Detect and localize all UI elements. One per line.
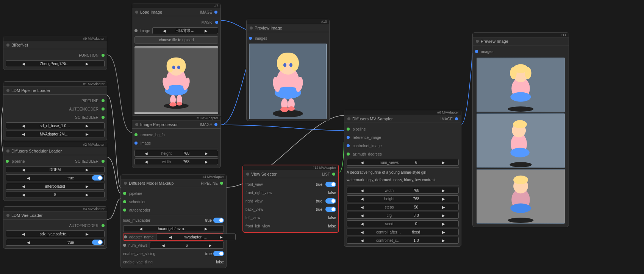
ldm-vae-name-control[interactable]: ◀ sdxl_vae.safetensors ▶: [6, 230, 105, 237]
load-image-filename-control[interactable]: ◀ 已除背景的image (1).jpeg ▶: [152, 27, 218, 34]
view-selector-left-row: left_view false: [245, 214, 336, 221]
ds-pipeline-label: pipeline: [10, 159, 55, 163]
birefnet-ckpt-left-arrow[interactable]: ◀: [8, 62, 39, 66]
ip-image-connector: [134, 142, 138, 145]
mv-sampler-height-right[interactable]: ▶: [430, 197, 457, 201]
mv-sampler-width-left[interactable]: ◀: [349, 188, 375, 193]
ip-height-control[interactable]: ◀ height 768 ▶: [134, 150, 218, 157]
svg-point-14: [169, 102, 177, 106]
ldm-pipeline-dot: [6, 89, 9, 92]
dmm-adapter-name-left[interactable]: ◀: [158, 235, 183, 239]
mv-sampler-controlnet-connector: [347, 144, 350, 147]
birefnet-title: BiRefNet: [11, 43, 28, 47]
mv-sampler-width-right[interactable]: ▶: [430, 188, 457, 193]
dmm-num-views-control[interactable]: ◀ 6 ▶: [150, 242, 224, 249]
svg-point-15: [177, 102, 182, 105]
mv-sampler-num-views-control[interactable]: ◀ num_views 6 ▶: [347, 159, 459, 166]
dmm-adapter-path-right[interactable]: ▶: [190, 227, 222, 231]
ds-scheduler-name-right[interactable]: ▶: [71, 168, 103, 172]
view-selector-back-toggle[interactable]: [325, 207, 336, 212]
birefnet-ckpt-row: ◀ ZhengPeng7/BiRefNet ▶: [6, 60, 105, 67]
mv-sampler-num-views-left[interactable]: ◀: [349, 160, 375, 165]
dmm-adapter-name-right[interactable]: ▶: [209, 235, 234, 239]
ds-shift-snr-toggle[interactable]: [92, 175, 103, 181]
ip-height-left[interactable]: ◀: [136, 151, 156, 156]
ip-width-right[interactable]: ▶: [197, 160, 216, 164]
ldm-ckpt-left[interactable]: ◀: [8, 124, 39, 128]
ds-shift-snr-control[interactable]: ◀ true: [6, 174, 105, 181]
ds-shift-mode-left[interactable]: ◀: [8, 184, 39, 188]
ds-scheduler-name-left[interactable]: ◀: [8, 168, 39, 172]
load-image-input-label: image: [139, 29, 151, 33]
ds-shift-scale-right[interactable]: ▶: [71, 193, 103, 197]
view-selector-right-toggle[interactable]: [325, 198, 336, 204]
ldm-ckpt-control[interactable]: ◀ sd_xl_base_1.0.safetensors ▶: [6, 122, 105, 129]
ds-shift-snr-left[interactable]: ◀: [8, 176, 50, 180]
preview-11-header: Preview Image: [473, 37, 569, 45]
mv-sampler-control-after-control[interactable]: ◀ control_after_generate fixed ▶: [347, 229, 459, 235]
ip-width-control[interactable]: ◀ width 768 ▶: [134, 158, 218, 165]
ip-height-value: 768: [177, 151, 196, 156]
mv-sampler-seed-right[interactable]: ▶: [430, 222, 457, 226]
mv-sampler-steps-left[interactable]: ◀: [349, 205, 375, 209]
mv-sampler-width-control[interactable]: ◀ width 768 ▶: [347, 187, 459, 194]
ldm-pipeline-label: PIPELINE: [6, 99, 100, 103]
load-image-filename-left[interactable]: ◀: [154, 29, 175, 33]
dmm-adapter-name-control[interactable]: ◀ mvadapter_i2mv_sdxl_beta.safetensors ▶: [156, 234, 236, 240]
mv-sampler-controlnet-scale-control[interactable]: ◀ controlnet_conditioning_scale 1.0 ▶: [347, 237, 459, 244]
mv-sampler-cfg-left[interactable]: ◀: [349, 213, 375, 218]
ldm-vae-name-left[interactable]: ◀: [8, 232, 39, 236]
dmm-num-views-right[interactable]: ▶: [199, 243, 222, 248]
svg-point-6: [167, 59, 174, 72]
birefnet-id-label: #9 MVAdapter: [3, 36, 107, 41]
load-image-upload-button[interactable]: choose file to upload: [134, 36, 218, 44]
mv-sampler-controlnet-scale-left[interactable]: ◀: [349, 238, 375, 243]
dmm-adapter-path-control[interactable]: ◀ huanngzh/mv-adapter ▶: [123, 225, 224, 232]
ldm-pipeline-name-left[interactable]: ◀: [8, 132, 39, 136]
ds-shift-mode-control[interactable]: ◀ interpolated ▶: [6, 183, 105, 190]
mv-sampler-cfg-control[interactable]: ◀ cfg 3.0 ▶: [347, 212, 459, 219]
load-image-filename-right[interactable]: ▶: [196, 29, 216, 33]
preview-11-img-2: [477, 113, 565, 168]
birefnet-ckpt-right-arrow[interactable]: ▶: [71, 62, 103, 66]
load-image-in-connector: [134, 29, 138, 32]
ds-shift-scale-control[interactable]: ◀ 8 ▶: [6, 191, 105, 198]
ldm-vae-upcast-toggle[interactable]: [92, 240, 103, 245]
mv-sampler-height-control[interactable]: ◀ height 768 ▶: [347, 195, 459, 202]
mv-sampler-control-after-label: control_after_generate: [376, 230, 402, 234]
mv-sampler-steps-control[interactable]: ◀ steps 50 ▶: [347, 204, 459, 210]
ldm-pipeline-name-control[interactable]: ◀ MVAdapterI2MVSDXLPi... ▶: [6, 131, 105, 137]
mv-sampler-control-after-left[interactable]: ◀: [349, 230, 375, 234]
ldm-ckpt-right[interactable]: ▶: [71, 124, 103, 128]
mv-sampler-steps-right[interactable]: ▶: [430, 205, 457, 209]
mv-sampler-height-label: height: [376, 197, 402, 201]
mv-sampler-seed-control[interactable]: ◀ seed 0 ▶: [347, 220, 459, 227]
mv-sampler-num-views-right[interactable]: ▶: [430, 160, 457, 165]
preview-image-11-node: #11 Preview Image images: [472, 32, 569, 227]
view-selector-front-right-row: front_right_view false: [245, 189, 336, 196]
birefnet-ckpt-control[interactable]: ◀ ZhengPeng7/BiRefNet ▶: [6, 60, 105, 67]
view-selector-front-toggle[interactable]: [325, 182, 336, 187]
ip-width-left[interactable]: ◀: [136, 160, 156, 164]
ds-shift-scale-left[interactable]: ◀: [8, 193, 39, 197]
ldm-vae-upcast-left[interactable]: ◀: [8, 240, 50, 244]
ldm-pipeline-name-right[interactable]: ▶: [71, 132, 103, 136]
mv-sampler-height-left[interactable]: ◀: [349, 197, 375, 201]
dmm-adapter-name-row[interactable]: adapter_name ◀ mvadapter_i2mv_sdxl_beta.…: [123, 233, 224, 241]
dmm-vae-slicing-toggle[interactable]: [213, 251, 224, 256]
ldm-vae-upcast-control[interactable]: ◀ true: [6, 239, 105, 246]
mv-sampler-control-after-right[interactable]: ▶: [430, 230, 457, 234]
ds-shift-mode-right[interactable]: ▶: [71, 184, 103, 188]
mv-sampler-height-value: 768: [403, 197, 429, 201]
mv-sampler-cfg-right[interactable]: ▶: [430, 213, 457, 218]
mv-sampler-controlnet-scale-right[interactable]: ▶: [430, 238, 457, 243]
dmm-adapter-path-left[interactable]: ◀: [125, 227, 157, 231]
ip-height-right[interactable]: ▶: [197, 151, 216, 156]
mv-sampler-seed-left[interactable]: ◀: [349, 222, 375, 226]
dmm-load-mvadapter-toggle[interactable]: [213, 218, 224, 223]
ip-image-label: image: [139, 141, 152, 145]
ldm-vae-name-right[interactable]: ▶: [71, 232, 103, 236]
mv-sampler-cfg-row: ◀ cfg 3.0 ▶: [347, 212, 459, 219]
ds-scheduler-name-control[interactable]: ◀ DDPM ▶: [6, 166, 105, 173]
dmm-num-views-left[interactable]: ◀: [152, 243, 175, 248]
